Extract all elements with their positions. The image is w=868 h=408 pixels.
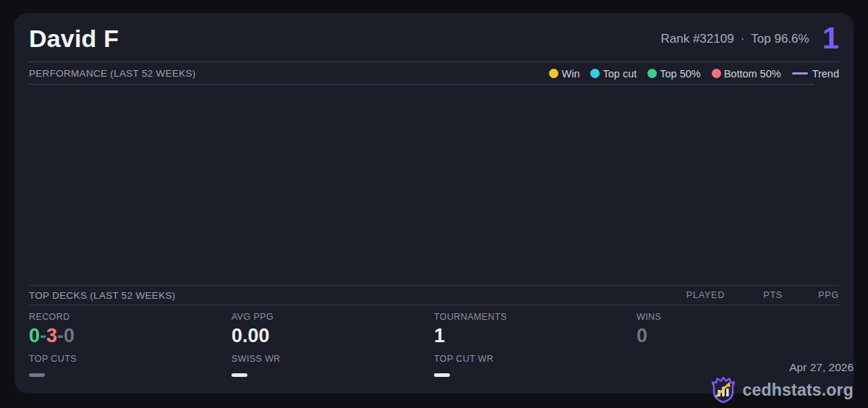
card-header: David F Rank #32109 · Top 96.6% 1 — [29, 13, 839, 62]
rank-label: Rank #32109 — [660, 32, 733, 46]
brand-row[interactable]: cedhstats.org — [710, 376, 854, 404]
swiss-wr-empty-value — [231, 373, 247, 377]
stat-tournaments: TOURNAMENTS 1 TOP CUT WR — [434, 312, 637, 394]
column-header-pts: PTS — [725, 290, 783, 300]
top-decks-section-header: TOP DECKS (LAST 52 WEEKS) PLAYED PTS PPG — [29, 285, 839, 305]
legend-label-top-cut: Top cut — [603, 68, 637, 80]
legend-label-trend: Trend — [812, 68, 839, 80]
legend-item-trend: Trend — [792, 68, 839, 80]
top-50-dot-icon — [647, 69, 657, 78]
brand-wordmark: cedhstats.org — [743, 381, 854, 400]
player-name: David F — [29, 25, 119, 53]
tournaments-label: TOURNAMENTS — [434, 312, 637, 322]
legend-label-bottom-50: Bottom 50% — [724, 68, 781, 80]
avg-ppg-value: 0.00 — [231, 326, 434, 346]
top-cuts-label: TOP CUTS — [29, 354, 231, 364]
rank-line: Rank #32109 · Top 96.6% — [660, 32, 809, 46]
record-wins: 0 — [29, 325, 40, 347]
legend-item-bottom-50: Bottom 50% — [712, 68, 781, 80]
wins-value: 0 — [637, 326, 839, 346]
trend-line-icon — [792, 72, 808, 75]
legend-label-top-50: Top 50% — [660, 68, 700, 80]
record-value: 0-3-0 — [29, 326, 231, 346]
dot-separator: · — [741, 32, 745, 46]
card-footer: Apr 27, 2026 cedhstats.org — [710, 361, 854, 404]
record-draws: 0 — [64, 325, 75, 347]
top-cut-dot-icon — [590, 69, 600, 78]
bottom-50-dot-icon — [712, 69, 721, 78]
top-percent-label: Top 96.6% — [751, 32, 809, 46]
top-cuts-empty-value — [29, 373, 45, 377]
player-stats-card: David F Rank #32109 · Top 96.6% 1 PERFOR… — [14, 13, 854, 394]
performance-section-header: PERFORMANCE (LAST 52 WEEKS) Win Top cut … — [29, 62, 839, 85]
cedhstats-shield-logo-icon — [710, 376, 737, 404]
legend-label-win: Win — [561, 68, 579, 80]
avg-ppg-label: AVG PPG — [231, 312, 434, 322]
chart-legend: Win Top cut Top 50% Bottom 50% Trend — [549, 68, 839, 80]
wins-label: WINS — [637, 312, 839, 322]
win-dot-icon — [549, 69, 558, 78]
stat-avg-ppg: AVG PPG 0.00 SWISS WR — [231, 312, 434, 394]
top-decks-title: TOP DECKS (LAST 52 WEEKS) — [29, 290, 176, 301]
top-decks-column-headers: PLAYED PTS PPG — [652, 290, 839, 300]
top-cut-wr-empty-value — [434, 373, 450, 377]
top-cut-wr-label: TOP CUT WR — [434, 354, 637, 364]
generated-date: Apr 27, 2026 — [710, 361, 854, 374]
column-header-ppg: PPG — [783, 290, 839, 300]
legend-item-top-cut: Top cut — [590, 68, 637, 80]
tournaments-value: 1 — [434, 326, 637, 346]
record-separator-1: - — [40, 325, 46, 347]
legend-item-win: Win — [549, 68, 579, 80]
record-label: RECORD — [29, 312, 231, 322]
performance-title: PERFORMANCE (LAST 52 WEEKS) — [29, 68, 196, 79]
header-right: Rank #32109 · Top 96.6% 1 — [660, 23, 839, 55]
performance-chart — [29, 85, 839, 285]
stat-record: RECORD 0-3-0 TOP CUTS — [29, 312, 231, 394]
column-header-played: PLAYED — [652, 290, 725, 300]
legend-item-top-50: Top 50% — [647, 68, 700, 80]
record-losses: 3 — [46, 325, 57, 347]
swiss-wr-label: SWISS WR — [231, 354, 434, 364]
record-separator-2: - — [57, 325, 64, 347]
events-count-badge: 1 — [822, 23, 839, 55]
